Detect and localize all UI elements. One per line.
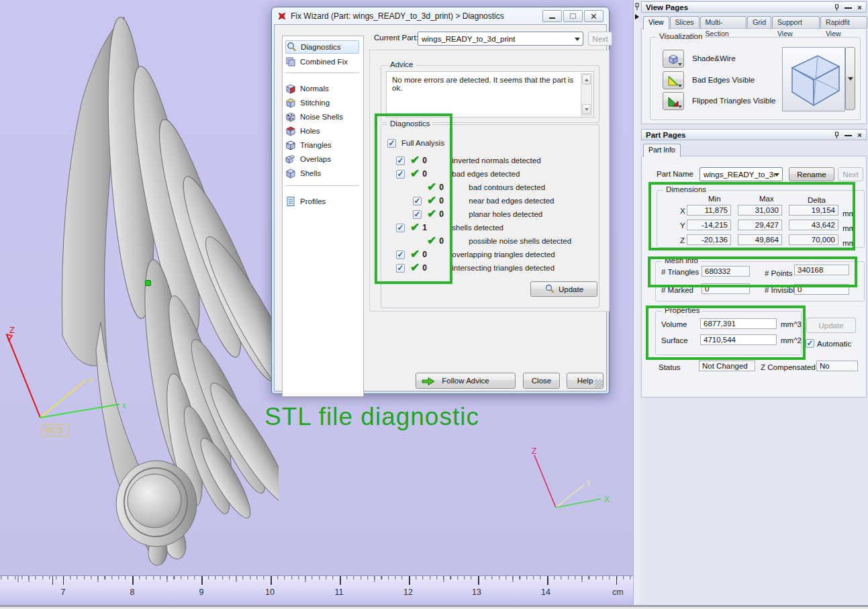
ruler-label: 10 (263, 588, 277, 597)
bad-edges-visible-button[interactable] (663, 71, 684, 89)
close-button[interactable]: ✕ (584, 10, 604, 22)
pin-icon[interactable] (833, 132, 840, 139)
row-checkbox[interactable]: ✓ (413, 197, 422, 205)
arrow-icon[interactable] (634, 13, 640, 20)
dialog-titlebar[interactable]: Fix Wizard (Part: wings_READY_to_3d_prin… (277, 10, 535, 22)
volume-value: 6877,391 (700, 318, 777, 329)
diagnostic-count: 0 (422, 169, 432, 179)
dim-y-unit: mm (842, 224, 855, 232)
axis-x-label: X (680, 207, 685, 215)
sidebar-item-normals[interactable]: Normals (285, 82, 359, 95)
sidebar-item-triangles[interactable]: Triangles (285, 138, 359, 152)
diagnostic-label: overlapping triangles detected (452, 250, 554, 259)
automatic-checkbox[interactable]: ✓ (806, 339, 814, 348)
surface-label: Surface (661, 336, 688, 344)
rename-button[interactable]: Rename (789, 167, 834, 181)
tab-part-info[interactable]: Part Info (643, 144, 681, 157)
row-checkbox[interactable]: ✓ (396, 224, 405, 232)
row-checkbox[interactable]: ✓ (396, 264, 405, 273)
row-checkbox[interactable]: ✓ (396, 156, 405, 165)
advice-group-label: Advice (387, 60, 416, 68)
maximize-button[interactable] (563, 10, 583, 22)
update-properties-button[interactable]: Update (806, 318, 856, 333)
full-analysis-checkbox[interactable]: ✓ (387, 139, 396, 148)
diagnostic-label: possible noise shells detected (469, 237, 571, 245)
sidebar-item-noise-shells[interactable]: Noise Shells (285, 110, 359, 124)
sidebar-item-combined-fix[interactable]: Combined Fix (285, 55, 359, 68)
part-pages-title: Part Pages (646, 131, 685, 139)
tab-grid[interactable]: Grid (747, 16, 771, 28)
ruler-unit-label: cm (612, 588, 624, 597)
triangles-value: 680332 (702, 266, 750, 277)
close-icon[interactable]: × (856, 132, 863, 139)
scroll-up-icon[interactable] (582, 75, 591, 85)
magnifier-icon (544, 284, 554, 294)
z-compensated-label: Z Compensated (761, 363, 816, 371)
automatic-label: Automatic (817, 340, 851, 348)
sidebar-item-diagnostics[interactable]: Diagnostics (285, 40, 359, 54)
tab-view[interactable]: View (643, 16, 669, 30)
view-preset-dropdown[interactable] (845, 47, 855, 110)
resize-grip[interactable] (595, 379, 603, 387)
shade-wire-button[interactable] (663, 50, 684, 68)
advice-scrollbar[interactable] (581, 73, 592, 115)
minimize-icon[interactable] (845, 7, 852, 10)
sidebar-separator (285, 73, 359, 73)
sidebar-item-stitching[interactable]: Stitching (285, 96, 359, 109)
diagnostic-row: ✓ ✔ 0 intersecting triangles detected (396, 262, 554, 274)
part-name-combobox[interactable]: wings_READY_to_3d (700, 167, 783, 181)
tab-slices[interactable]: Slices (670, 16, 700, 28)
diagnostic-count: 0 (439, 236, 448, 246)
dim-x-max: 31,030 (738, 205, 782, 216)
next-wizard-button[interactable]: Next (588, 32, 612, 46)
tab-multi-section[interactable]: Multi-Section (700, 16, 747, 28)
view-pages-header[interactable]: View Pages × (641, 1, 867, 13)
advice-textarea[interactable]: No more errors are detected. It seems th… (386, 71, 594, 118)
part-pages-header[interactable]: Part Pages × (641, 129, 867, 140)
volume-label: Volume (661, 320, 687, 328)
properties-group: Properties Volume 6877,391 mm^3 Surface … (655, 311, 802, 355)
next-part-button[interactable]: Next (838, 167, 863, 181)
diagnostic-label: planar holes detected (469, 210, 542, 218)
diagnostic-row: ✓ ✔ 1 shells detected (396, 222, 503, 234)
pin-icon[interactable] (833, 4, 840, 11)
sidebar-item-overlaps[interactable]: Overlaps (285, 152, 359, 166)
sidebar-item-shells[interactable]: Shells (285, 167, 359, 180)
scroll-down-icon[interactable] (582, 104, 591, 114)
current-part-value: wings_READY_to_3d_print (422, 35, 515, 43)
sidebar-item-profiles[interactable]: Profiles (285, 195, 359, 208)
dim-x-delta: 19,154 (789, 205, 838, 216)
sidebar-item-holes[interactable]: Holes (285, 124, 359, 138)
close-dialog-button[interactable]: Close (523, 373, 560, 389)
view-preview-box[interactable] (782, 47, 845, 111)
row-checkbox[interactable]: ✓ (396, 250, 405, 259)
current-part-combobox[interactable]: wings_READY_to_3d_print (418, 32, 583, 46)
diagnostic-label: near bad edges detected (469, 197, 554, 205)
dim-x-unit: mm (842, 209, 855, 218)
cube-yellow-edge-icon (285, 97, 296, 108)
row-checkbox[interactable]: ✓ (396, 170, 405, 179)
close-icon[interactable]: × (856, 4, 863, 11)
update-diagnostics-button[interactable]: Update (530, 281, 597, 297)
cube-plain-icon (285, 168, 296, 179)
row-checkbox[interactable]: ✓ (413, 210, 422, 219)
status-strip (0, 605, 868, 609)
dim-z-min: -20,136 (687, 234, 731, 245)
wing-model[interactable] (37, 8, 279, 569)
follow-advice-button[interactable]: Follow Advice (416, 373, 516, 389)
follow-advice-label: Follow Advice (442, 377, 489, 385)
mesh-info-group: Mesh info # Triangles 680332 # Points 34… (655, 261, 865, 301)
fix-wizard-dialog[interactable]: Fix Wizard (Part: wings_READY_to_3d_prin… (271, 7, 610, 394)
shell-marker-dot (145, 280, 151, 286)
flipped-triangles-visible-button[interactable] (663, 92, 684, 110)
ok-check-icon: ✔ (427, 195, 436, 206)
diagnostic-row: ✓ ✔ 0 overlapping triangles detected (396, 248, 555, 261)
invisible-value: 0 (794, 284, 849, 295)
minimize-button[interactable] (542, 10, 562, 22)
tab-rapidfit-view[interactable]: Rapidfit View (820, 16, 867, 28)
minimize-icon[interactable] (845, 135, 852, 138)
dim-z-unit: mm (842, 239, 855, 247)
horizontal-ruler: 7 8 9 10 11 12 13 14 cm (0, 575, 633, 606)
diagnostic-label: shells detected (452, 224, 503, 232)
tab-support-view[interactable]: Support View (772, 16, 820, 28)
